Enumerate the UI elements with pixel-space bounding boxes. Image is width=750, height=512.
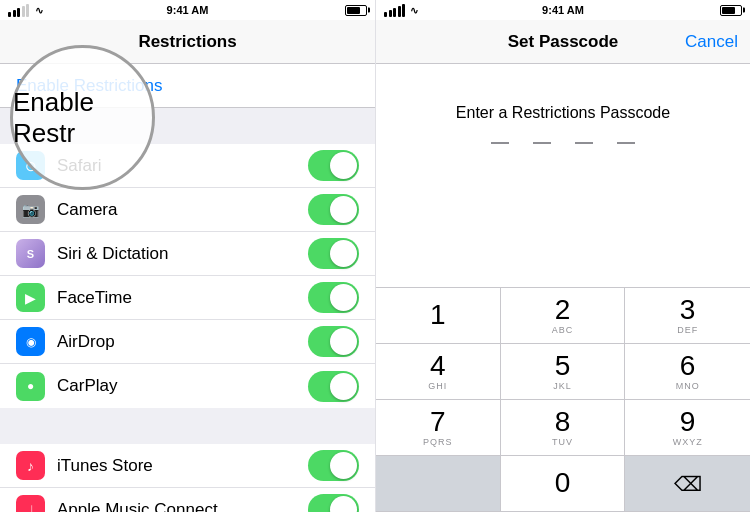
right-signal: ∿ [384, 4, 418, 17]
apple-music-label: Apple Music Connect [57, 500, 296, 513]
facetime-toggle[interactable] [308, 282, 359, 313]
wifi-icon: ∿ [35, 5, 43, 16]
right-battery [720, 5, 742, 16]
right-panel: ∿ 9:41 AM Set Passcode Cancel Enter a Re… [375, 0, 750, 512]
itunes-label: iTunes Store [57, 456, 296, 476]
list-item[interactable]: S Siri & Dictation [0, 232, 375, 276]
key-9[interactable]: 9 WXYZ [625, 400, 750, 456]
dot-1 [491, 142, 509, 144]
dot-4 [617, 142, 635, 144]
key-1[interactable]: 1 [376, 288, 501, 344]
passcode-prompt: Enter a Restrictions Passcode [376, 64, 750, 287]
camera-toggle[interactable] [308, 194, 359, 225]
left-battery [345, 5, 367, 16]
right-status-bar: ∿ 9:41 AM [376, 0, 750, 20]
camera-icon: 📷 [16, 195, 45, 224]
cancel-button[interactable]: Cancel [685, 32, 738, 52]
right-time: 9:41 AM [542, 4, 584, 16]
passcode-dots [491, 142, 635, 144]
list-item[interactable]: ♪ iTunes Store [0, 444, 375, 488]
list-item[interactable]: ▶ FaceTime [0, 276, 375, 320]
left-time: 9:41 AM [167, 4, 209, 16]
battery-icon [720, 5, 742, 16]
siri-icon: S [16, 239, 45, 268]
list-item[interactable]: ♩ Apple Music Connect [0, 488, 375, 512]
siri-label: Siri & Dictation [57, 244, 296, 264]
facetime-icon: ▶ [16, 283, 45, 312]
list-item[interactable]: ● CarPlay [0, 364, 375, 408]
airdrop-label: AirDrop [57, 332, 296, 352]
airdrop-icon: ◉ [16, 327, 45, 356]
facetime-label: FaceTime [57, 288, 296, 308]
battery-icon [345, 5, 367, 16]
key-4[interactable]: 4 GHI [376, 344, 501, 400]
left-panel: ∿ 9:41 AM Restrictions Enable Restrictio… [0, 0, 375, 512]
key-5[interactable]: 5 JKL [501, 344, 626, 400]
itunes-toggle[interactable] [308, 450, 359, 481]
siri-toggle[interactable] [308, 238, 359, 269]
safari-toggle[interactable] [308, 150, 359, 181]
section-gap-2 [0, 408, 375, 444]
key-3[interactable]: 3 DEF [625, 288, 750, 344]
key-6[interactable]: 6 MNO [625, 344, 750, 400]
signal-bars-icon [384, 4, 405, 17]
signal-bars-icon [8, 4, 29, 17]
carplay-icon: ● [16, 372, 45, 401]
right-nav-title: Set Passcode [508, 32, 619, 52]
keypad: 1 2 ABC 3 DEF 4 GHI 5 JKL 6 MNO 7 PQRS 8 [376, 287, 750, 512]
right-wifi-icon: ∿ [410, 5, 418, 16]
right-nav-bar: Set Passcode Cancel [376, 20, 750, 64]
key-7[interactable]: 7 PQRS [376, 400, 501, 456]
left-signal: ∿ [8, 4, 43, 17]
itunes-icon: ♪ [16, 451, 45, 480]
left-nav-title: Restrictions [138, 32, 236, 52]
dot-2 [533, 142, 551, 144]
left-status-bar: ∿ 9:41 AM [0, 0, 375, 20]
key-8[interactable]: 8 TUV [501, 400, 626, 456]
apple-music-icon: ♩ [16, 495, 45, 512]
airdrop-toggle[interactable] [308, 326, 359, 357]
apple-music-toggle[interactable] [308, 494, 359, 512]
camera-label: Camera [57, 200, 296, 220]
key-backspace[interactable]: ⌫ [625, 456, 750, 512]
key-0[interactable]: 0 [501, 456, 626, 512]
list-item[interactable]: 📷 Camera [0, 188, 375, 232]
circle-text: Enable Restr [13, 87, 152, 149]
circle-highlight: Enable Restr [10, 45, 155, 190]
carplay-label: CarPlay [57, 376, 296, 396]
dot-3 [575, 142, 593, 144]
section-2: ♪ iTunes Store ♩ Apple Music Connect ◼ i… [0, 444, 375, 512]
list-item[interactable]: ◉ AirDrop [0, 320, 375, 364]
passcode-message: Enter a Restrictions Passcode [456, 104, 670, 122]
carplay-toggle[interactable] [308, 371, 359, 402]
key-empty [376, 456, 501, 512]
key-2[interactable]: 2 ABC [501, 288, 626, 344]
